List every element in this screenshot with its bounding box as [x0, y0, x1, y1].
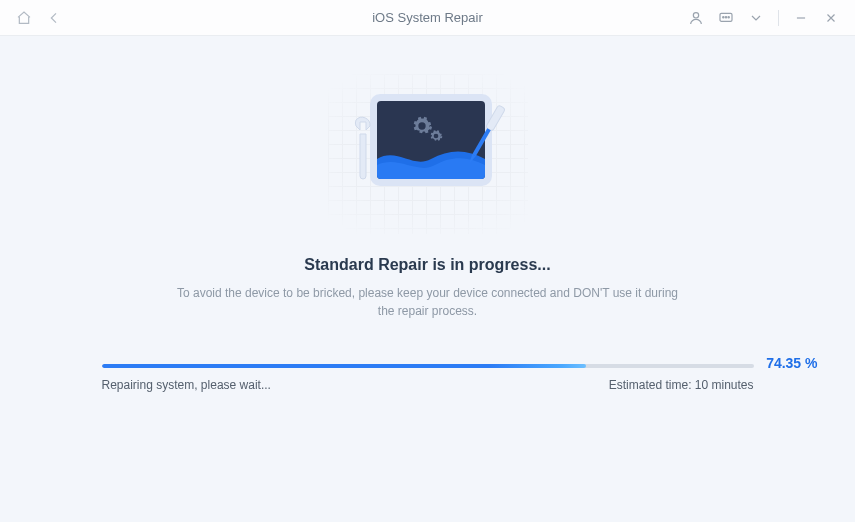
svg-point-3 [725, 16, 726, 17]
svg-point-4 [728, 16, 729, 17]
titlebar-left [14, 8, 64, 28]
titlebar: iOS System Repair [0, 0, 855, 36]
back-icon[interactable] [44, 8, 64, 28]
progress-bar [102, 364, 754, 368]
progress-bar-fill [102, 364, 587, 368]
progress-heading: Standard Repair is in progress... [304, 256, 550, 274]
progress-eta: Estimated time: 10 minutes [609, 378, 754, 392]
progress-subtext: To avoid the device to be bricked, pleas… [168, 284, 688, 320]
screwdriver-icon [462, 98, 506, 178]
progress-info: Repairing system, please wait... Estimat… [102, 378, 754, 392]
svg-point-5 [419, 124, 424, 129]
hero-illustration [328, 74, 528, 234]
feedback-icon[interactable] [716, 8, 736, 28]
window-title: iOS System Repair [372, 10, 483, 25]
home-icon[interactable] [14, 8, 34, 28]
minimize-icon[interactable] [791, 8, 811, 28]
app-window: iOS System Repair [0, 0, 855, 522]
svg-rect-8 [472, 128, 490, 156]
user-icon[interactable] [686, 8, 706, 28]
titlebar-separator [778, 10, 779, 26]
svg-point-6 [434, 135, 437, 138]
svg-point-0 [693, 12, 698, 17]
progress-status: Repairing system, please wait... [102, 378, 271, 392]
main-content: Standard Repair is in progress... To avo… [0, 36, 855, 522]
svg-marker-9 [467, 154, 475, 165]
gear-small-icon [429, 129, 443, 143]
titlebar-right [686, 8, 841, 28]
progress-section: 74.35 % Repairing system, please wait...… [102, 364, 754, 392]
svg-point-2 [723, 16, 724, 17]
close-icon[interactable] [821, 8, 841, 28]
wrench-icon [346, 116, 380, 186]
svg-rect-7 [485, 105, 505, 132]
chevron-down-icon[interactable] [746, 8, 766, 28]
progress-percent: 74.35 % [766, 355, 817, 371]
